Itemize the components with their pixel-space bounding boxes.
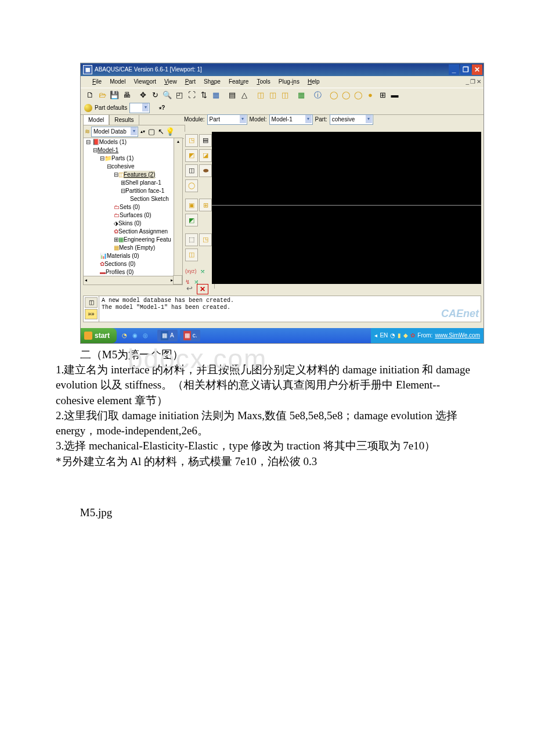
views-icon[interactable]: ▦ [210, 89, 222, 101]
tree-up-icon[interactable]: ▴▾ [139, 126, 146, 138]
tree-materials[interactable]: Materials (0) [107, 252, 139, 260]
create-cut-icon[interactable]: ⬬ [199, 164, 212, 177]
color2-icon[interactable]: ◯ [340, 89, 352, 101]
layer-icon[interactable]: ▤ [226, 89, 238, 101]
tree-engfeat[interactable]: Engineering Featu [124, 236, 171, 244]
tree-parts[interactable]: Parts (1) [111, 154, 134, 163]
zoom-icon[interactable]: 🔍 [161, 89, 173, 101]
mdi-minimize-button[interactable]: _ [466, 78, 469, 86]
mdi-maximize-button[interactable]: ❐ [470, 78, 475, 86]
tray-app-icon[interactable]: ✿ [410, 332, 415, 340]
part-manager-icon[interactable]: ▤ [199, 134, 212, 147]
mdi-close-button[interactable]: ✕ [477, 78, 481, 86]
tree-sets[interactable]: Sets (0) [120, 203, 140, 211]
menu-tools[interactable]: Tools [257, 78, 270, 86]
maximize-button[interactable]: ❐ [460, 64, 471, 75]
tree-surfaces[interactable]: Surfaces (0) [120, 211, 151, 219]
part-defaults-combo[interactable] [129, 103, 150, 113]
part-combo[interactable]: cohesive [330, 114, 373, 125]
tree-models[interactable]: Models (1) [99, 138, 127, 146]
open-icon[interactable]: 🗁 [96, 89, 108, 101]
tray-lang[interactable]: EN [380, 332, 388, 340]
zoom-box-icon[interactable]: ◰ [174, 89, 185, 101]
menu-plugins[interactable]: Plug-ins [279, 78, 300, 86]
model-tree[interactable]: ⊟ 📕 Models (1) ⊟ Model-1 ⊟ 📁 Parts (1) ⊟… [83, 138, 183, 285]
tray-arrow-icon[interactable]: ◂ [374, 332, 377, 340]
new-icon[interactable]: 🗋 [84, 89, 96, 101]
datum-axis-icon[interactable]: ⊞ [199, 199, 212, 211]
model-db-combo[interactable]: Model Datab [91, 127, 138, 137]
partition-icon[interactable]: ◩ [185, 214, 198, 226]
menu-viewport[interactable]: Viewport [134, 78, 156, 86]
help-cursor-icon[interactable]: ⭑? [159, 104, 165, 112]
menu-feature[interactable]: Feature [229, 78, 248, 86]
rotate-icon[interactable]: ↻ [149, 89, 161, 101]
tree-shell[interactable]: Shell planar-1 [125, 179, 161, 187]
tree-features[interactable]: Features (2) [124, 171, 155, 179]
tree-sections[interactable]: Sections (0) [104, 260, 135, 268]
taskbar-app-2[interactable]: ▦c. [180, 330, 201, 341]
csys-xyz-icon[interactable]: (xyz) [185, 268, 197, 276]
tree-secassign[interactable]: Section Assignmen [118, 228, 168, 236]
save-icon[interactable]: 💾 [109, 89, 120, 101]
module-combo[interactable]: Part [207, 114, 247, 125]
close-button[interactable]: ✕ [472, 64, 482, 75]
create-solid-icon[interactable]: ◩ [185, 149, 198, 162]
color1-icon[interactable]: ◯ [328, 89, 340, 101]
tree-skins[interactable]: Skins (0) [118, 219, 141, 228]
persp2-icon[interactable]: ◫ [267, 89, 279, 101]
print-icon[interactable]: 🖶 [121, 89, 132, 101]
datum-point-icon[interactable]: ▣ [185, 199, 198, 211]
render-ball-icon[interactable] [84, 104, 92, 112]
persp1-icon[interactable]: ◫ [255, 89, 266, 101]
tray-vol-icon[interactable]: ◔ [390, 332, 395, 340]
create-wire-icon[interactable]: ◫ [185, 164, 198, 177]
back-arrow-icon[interactable]: ↩ [184, 284, 194, 293]
tab-model[interactable]: Model [83, 114, 109, 126]
swap-icon[interactable]: ⇅ [198, 89, 210, 101]
persp3-icon[interactable]: ◫ [279, 89, 291, 101]
tray-shield-icon[interactable]: ◆ [403, 332, 408, 340]
tree-cohesive[interactable]: cohesive [111, 163, 134, 171]
tree-hscroll[interactable]: ◂▸ [84, 276, 174, 285]
shade-icon[interactable]: ▬ [389, 89, 400, 101]
create-shell-icon[interactable]: ◪ [199, 149, 212, 162]
geom-edit-icon[interactable]: ◳ [199, 233, 212, 246]
tree-pick-icon[interactable]: ↖ [157, 126, 165, 138]
datum-icon[interactable]: ⊞ [377, 89, 388, 101]
menu-model[interactable]: Model [110, 78, 125, 86]
menu-part[interactable]: Part [185, 78, 196, 86]
tree-partition[interactable]: Partition face-1 [125, 187, 164, 195]
cancel-button[interactable]: ✕ [197, 284, 208, 294]
message-tab-icon[interactable]: ◫ [85, 297, 98, 308]
tab-results[interactable]: Results [109, 114, 139, 126]
tree-vscroll[interactable]: ▴ [174, 138, 182, 276]
triangle-icon[interactable]: △ [239, 89, 250, 101]
tray-url[interactable]: www.SimWe.com [435, 332, 480, 340]
pan-icon[interactable]: ✥ [137, 89, 149, 101]
model-combo[interactable]: Model-1 [269, 114, 313, 125]
tree-bulb-icon[interactable]: 💡 [166, 126, 174, 138]
render1-icon[interactable]: ▦ [295, 89, 307, 101]
color4-icon[interactable]: ● [365, 89, 376, 101]
start-button[interactable]: start [81, 328, 117, 343]
menu-help[interactable]: Help [308, 78, 320, 86]
quicklaunch-icon-2[interactable]: ◉ [131, 332, 139, 340]
tree-mesh[interactable]: Mesh (Empty) [119, 244, 155, 252]
tree-model1[interactable]: Model-1 [98, 146, 118, 154]
tray-net-icon[interactable]: ▮ [398, 332, 401, 340]
menu-file[interactable]: File [92, 78, 102, 86]
create-round-icon[interactable]: ◯ [185, 179, 198, 192]
menu-view[interactable]: View [164, 78, 177, 86]
geom-repair-icon[interactable]: ⬚ [185, 233, 198, 246]
minimize-button[interactable]: _ [449, 64, 459, 75]
color3-icon[interactable]: ◯ [352, 89, 364, 101]
fit-icon[interactable]: ⛶ [186, 89, 197, 101]
viewport[interactable] [212, 132, 481, 284]
tree-section-sketch[interactable]: Section Sketch [130, 195, 169, 203]
csys-global-icon[interactable]: ⤧ [200, 268, 205, 276]
tree-filter-icon[interactable]: ▢ [147, 126, 156, 138]
merge-icon[interactable]: ◫ [185, 249, 198, 261]
info-icon[interactable]: ⓘ [312, 89, 323, 101]
quicklaunch-icon-1[interactable]: ◔ [120, 332, 128, 340]
